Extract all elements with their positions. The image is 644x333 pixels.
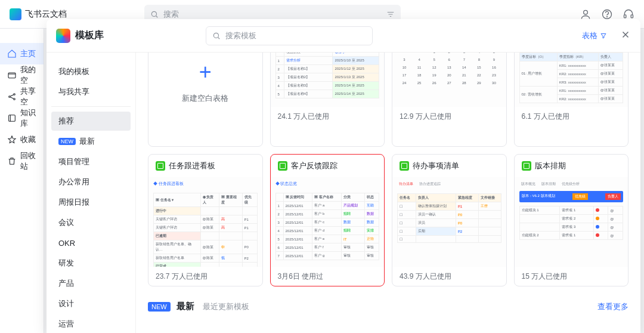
card-usage: 12.9 万人已使用: [392, 107, 506, 126]
card-title: 待办事项清单: [413, 161, 459, 171]
create-blank-card[interactable]: +新建空白表格: [148, 53, 263, 147]
search-icon: [212, 32, 221, 40]
template-library-icon: [56, 29, 70, 43]
template-card[interactable]: 客户反馈跟踪 ◆ 状态总览 ▣ 反馈时间▣ 客户名称分类状态 12025/12/…: [270, 154, 385, 286]
template-card[interactable]: 版本排期 版本概览版本排期优先级分析 版本：V6.2 版本规划优先级负责人 功能…: [514, 154, 629, 286]
card-preview: 部门OKROKR进度管理全年目标管理 部门：xx部门 季度目标（O）季度指标（K…: [515, 53, 628, 107]
category-item[interactable]: 设计: [51, 294, 131, 313]
template-card[interactable]: 部门 OKR 与周报 部门OKROKR进度管理全年目标管理 部门：xx部门 季度…: [514, 53, 629, 147]
card-title: 版本排期: [535, 161, 566, 171]
card-preview: 月历日历 2025年2月今日2025/2/20 一二三四五六日 12345 34…: [392, 53, 506, 107]
category-item[interactable]: 办公常用: [51, 172, 131, 192]
filter-icon: [600, 32, 607, 39]
template-search-input[interactable]: 搜索模板: [206, 26, 373, 45]
category-item[interactable]: 研发: [51, 254, 131, 273]
card-usage: 15 万人已使用: [515, 267, 628, 286]
category-item[interactable]: 与我共享: [51, 82, 131, 101]
modal-title: 模板库: [75, 29, 104, 42]
template-library-modal: 模板库 搜索模板 表格 我的模板与我共享推荐NEW最新项目管理办公常用周报日报会…: [47, 19, 640, 333]
category-item[interactable]: 周报日报: [51, 193, 131, 212]
card-usage: 24.1 万人已使用: [271, 107, 385, 126]
close-button[interactable]: [620, 29, 631, 42]
card-usage: 3月6日 使用过: [271, 267, 385, 286]
template-card[interactable]: 任务跟进看板 ◆ 任务跟进看板 ▣ 任务名 ▾◉ 负责人▣ 重要程度优先级 进行…: [148, 154, 263, 286]
category-item[interactable]: 产品: [51, 274, 131, 293]
category-item[interactable]: 推荐: [51, 112, 131, 131]
template-card[interactable]: 待办事项清单 待办清单协办进度追踪 任务名负责人紧急程度文件链接 ☐确认整体拍摄…: [392, 154, 507, 286]
card-preview: ◆ 状态总览 ▣ 反馈时间▣ 客户名称分类状态 12025/12/01客户 a产…: [271, 177, 385, 267]
template-card[interactable]: 项目日特图 1.0 项目管理任务管理项目甘特图【必读】使用指南 ABC 项目 开…: [270, 53, 385, 147]
card-preview: ◆ 任务跟进看板 ▣ 任务名 ▾◉ 负责人▣ 重要程度优先级 进行中 关键客户拜…: [148, 177, 262, 267]
type-filter-chip[interactable]: 表格: [577, 28, 612, 44]
card-preview: 版本概览版本排期优先级分析 版本：V6.2 版本规划优先级负责人 功能模块 1需…: [515, 177, 628, 267]
card-usage: 23.7 万人已使用: [148, 267, 262, 286]
see-more-link[interactable]: 查看更多: [597, 301, 628, 312]
card-usage: 6.1 万人已使用: [515, 107, 628, 126]
card-usage: 43.9 万人已使用: [392, 267, 506, 286]
category-item[interactable]: NEW最新: [51, 132, 131, 151]
category-item[interactable]: 会议: [51, 213, 131, 232]
category-item[interactable]: 项目管理: [51, 152, 131, 171]
plus-icon: +: [199, 60, 212, 85]
template-card[interactable]: 2025 年月度工作日历 月历日历 2025年2月今日2025/2/20 一二三…: [392, 53, 507, 147]
category-item[interactable]: 运营: [51, 314, 131, 333]
card-preview: 待办清单协办进度追踪 任务名负责人紧急程度文件链接 ☐确认整体拍摄计划P1工作 …: [392, 177, 506, 267]
section-title: 最新: [177, 301, 194, 312]
card-title: 客户反馈跟踪: [291, 161, 338, 171]
card-title: 任务跟进看板: [169, 161, 215, 171]
spreadsheet-icon: [278, 161, 287, 171]
spreadsheet-icon: [400, 161, 409, 171]
spreadsheet-icon: [156, 161, 165, 171]
category-item[interactable]: OKR: [51, 233, 131, 252]
section-subtitle: 最近更新模板: [203, 301, 249, 312]
spreadsheet-icon: [522, 161, 531, 171]
category-item[interactable]: 我的模板: [51, 62, 131, 81]
section-badge: NEW: [148, 302, 171, 312]
svg-point-11: [214, 33, 219, 38]
card-preview: 项目管理任务管理项目甘特图【必读】使用指南 ABC 项目 开始时间 2025/1…: [271, 53, 385, 107]
